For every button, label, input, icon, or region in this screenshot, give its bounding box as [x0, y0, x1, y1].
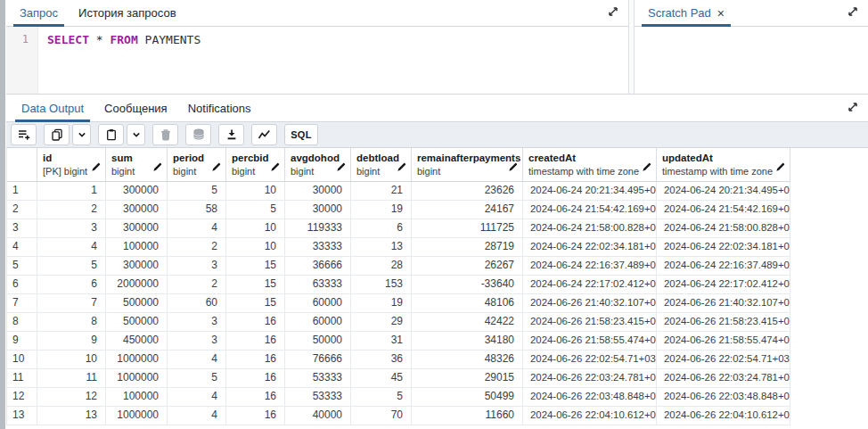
scratch-pad-editor[interactable]	[635, 27, 868, 94]
table-cell[interactable]: 2024-06-26 21:58:55.474+03	[523, 332, 657, 351]
table-cell[interactable]: 16	[226, 388, 285, 407]
row-number-cell[interactable]: 7	[7, 294, 37, 313]
table-cell[interactable]: 2024-06-24 20:21:34.495+03	[657, 182, 790, 201]
table-cell[interactable]: 2024-06-26 22:02:54.71+03	[523, 351, 657, 369]
table-cell[interactable]: 100000	[106, 238, 168, 257]
table-cell[interactable]: 16	[226, 351, 285, 369]
edit-pencil-icon[interactable]	[642, 160, 652, 176]
table-cell[interactable]: 2024-06-24 22:02:34.181+03	[523, 238, 657, 257]
row-number-cell[interactable]: 8	[7, 313, 37, 332]
column-header-updatedAt[interactable]: updatedAttimestamp with time zone	[657, 148, 790, 182]
table-cell[interactable]: 30000	[285, 182, 351, 201]
table-cell[interactable]: 45	[351, 369, 412, 388]
table-cell[interactable]: 2	[168, 276, 226, 294]
table-cell[interactable]: 2024-06-24 21:54:42.169+03	[523, 201, 657, 219]
edit-pencil-icon[interactable]	[211, 160, 222, 176]
edit-pencil-icon[interactable]	[397, 160, 407, 176]
panel-splitter[interactable]	[0, 0, 6, 429]
table-cell[interactable]: 29015	[412, 369, 523, 388]
table-cell[interactable]: 50000	[285, 332, 351, 351]
table-cell[interactable]: 15	[226, 257, 285, 276]
table-cell[interactable]: 33333	[285, 238, 351, 257]
row-number-cell[interactable]: 9	[7, 332, 37, 351]
table-cell[interactable]: 36666	[285, 257, 351, 276]
tab-scratch-pad[interactable]: Scratch Pad ×	[642, 0, 731, 26]
column-header-id[interactable]: id[PK] bigint	[37, 148, 106, 182]
table-cell[interactable]: 58	[168, 201, 226, 219]
table-cell[interactable]: 2024-06-26 22:04:10.612+03	[523, 407, 657, 425]
table-cell[interactable]: 36	[351, 351, 412, 369]
expand-panel-button[interactable]	[602, 0, 625, 26]
table-cell[interactable]: 5	[168, 369, 226, 388]
download-button[interactable]	[218, 124, 244, 145]
table-cell[interactable]: 50499	[412, 388, 523, 407]
tab-query[interactable]: Запрос	[13, 0, 64, 26]
edit-pencil-icon[interactable]	[508, 160, 519, 176]
expand-panel-button[interactable]	[841, 95, 864, 121]
edit-pencil-icon[interactable]	[775, 160, 786, 176]
table-cell[interactable]: 300000	[106, 219, 168, 238]
table-cell[interactable]: 28	[351, 257, 412, 276]
table-cell[interactable]: 16	[226, 369, 285, 388]
table-cell[interactable]: 29	[351, 313, 412, 332]
tab-messages[interactable]: Сообщения	[98, 95, 174, 121]
table-cell[interactable]: 4	[168, 388, 226, 407]
table-cell[interactable]: 11660	[412, 407, 523, 425]
table-cell[interactable]: 2024-06-24 22:17:02.412+03	[523, 276, 657, 294]
table-cell[interactable]: 300000	[106, 257, 168, 276]
table-cell[interactable]: 1000000	[106, 369, 168, 388]
table-cell[interactable]: 21	[351, 182, 412, 201]
table-cell[interactable]: 8	[37, 313, 106, 332]
table-cell[interactable]: 10	[226, 238, 285, 257]
table-cell[interactable]: 2024-06-26 22:03:48.848+03	[523, 388, 657, 407]
paste-button[interactable]	[98, 124, 124, 145]
column-header-avgdohod[interactable]: avgdohodbigint	[285, 148, 351, 182]
table-cell[interactable]: 60	[168, 294, 226, 313]
table-cell[interactable]: 24167	[412, 201, 523, 219]
table-cell[interactable]: 500000	[106, 313, 168, 332]
table-cell[interactable]: 450000	[106, 332, 168, 351]
expand-panel-button[interactable]	[841, 0, 864, 26]
add-row-button[interactable]	[11, 124, 37, 145]
table-cell[interactable]: 16	[226, 332, 285, 351]
edit-pencil-icon[interactable]	[270, 160, 281, 176]
row-number-cell[interactable]: 11	[7, 369, 37, 388]
row-number-cell[interactable]: 13	[7, 407, 37, 425]
table-cell[interactable]: 19	[351, 294, 412, 313]
table-cell[interactable]: 76666	[285, 351, 351, 369]
table-cell[interactable]: 6	[37, 276, 106, 294]
table-cell[interactable]: 10	[226, 219, 285, 238]
table-cell[interactable]: 31	[351, 332, 412, 351]
table-cell[interactable]: 60000	[285, 313, 351, 332]
table-cell[interactable]: 1000000	[106, 351, 168, 369]
column-header-period[interactable]: periodbigint	[168, 148, 226, 182]
table-cell[interactable]: 63333	[285, 276, 351, 294]
edit-pencil-icon[interactable]	[91, 160, 102, 176]
edit-pencil-icon[interactable]	[152, 160, 163, 176]
table-cell[interactable]: 100000	[106, 388, 168, 407]
table-cell[interactable]: 60000	[285, 294, 351, 313]
table-cell[interactable]: 13	[37, 407, 106, 425]
table-cell[interactable]: 9	[37, 332, 106, 351]
tab-query-history[interactable]: История запросов	[72, 0, 183, 26]
table-cell[interactable]: 5	[37, 257, 106, 276]
table-cell[interactable]: 2024-06-24 21:58:00.828+03	[523, 219, 657, 238]
table-cell[interactable]: 53333	[285, 388, 351, 407]
table-cell[interactable]: 16	[226, 313, 285, 332]
table-cell[interactable]: 300000	[106, 201, 168, 219]
copy-options-button[interactable]	[72, 124, 91, 145]
table-cell[interactable]: 4	[168, 407, 226, 425]
sql-code[interactable]: SELECT * FROM PAYMENTS	[38, 27, 628, 94]
table-cell[interactable]: 2000000	[106, 276, 168, 294]
table-cell[interactable]: 2024-06-24 22:17:02.412+03	[657, 276, 790, 294]
table-cell[interactable]: 23626	[412, 182, 523, 201]
table-cell[interactable]: 70	[351, 407, 412, 425]
table-cell[interactable]: 4	[168, 351, 226, 369]
table-cell[interactable]: 2	[37, 201, 106, 219]
table-cell[interactable]: 3	[168, 257, 226, 276]
row-number-cell[interactable]: 4	[7, 238, 37, 257]
table-cell[interactable]: 5	[351, 388, 412, 407]
table-cell[interactable]: 2024-06-24 20:21:34.495+03	[523, 182, 657, 201]
table-cell[interactable]: 48326	[412, 351, 523, 369]
column-header-remainafterpayments[interactable]: remainafterpaymentsbigint	[412, 148, 523, 182]
